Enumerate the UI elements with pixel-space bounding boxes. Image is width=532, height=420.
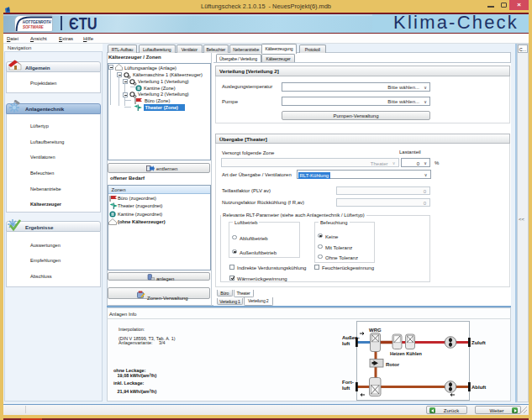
svg-text:Außen-: Außen- xyxy=(342,335,360,340)
svg-text:luft: luft xyxy=(342,341,350,346)
svg-text:Zuluft: Zuluft xyxy=(471,340,486,345)
svg-text:WRG: WRG xyxy=(369,328,382,333)
svg-text:luft: luft xyxy=(342,386,350,391)
svg-text:Fort-: Fort- xyxy=(342,380,354,385)
svg-text:Heizen Kühlen: Heizen Kühlen xyxy=(390,351,423,356)
svg-text:Rotor: Rotor xyxy=(386,362,400,367)
svg-text:Abluft: Abluft xyxy=(471,385,486,390)
